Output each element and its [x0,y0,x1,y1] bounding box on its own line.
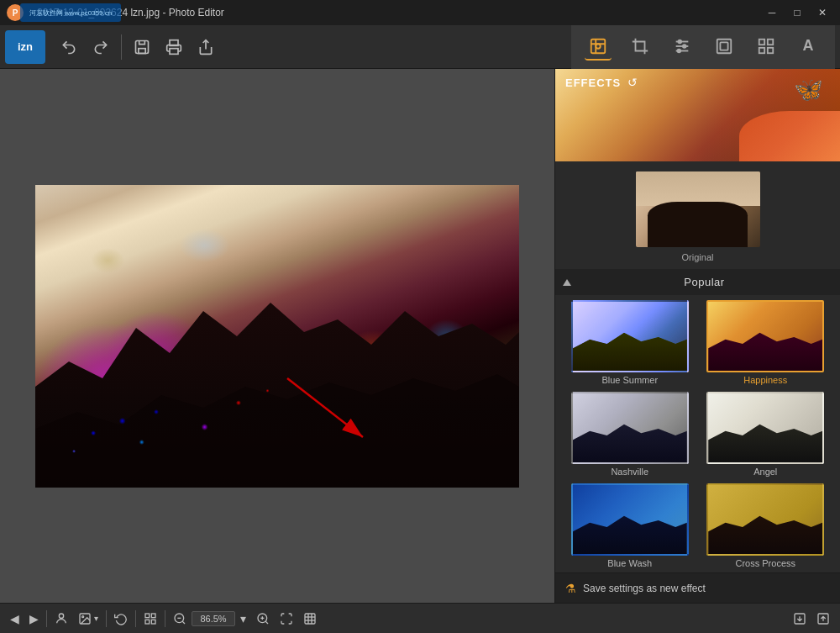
effect-blue-summer[interactable]: Blue Summer [564,300,696,388]
minimize-button[interactable]: ─ [761,4,783,21]
bottom-sep-3 [135,610,136,627]
zoom-dropdown-button[interactable]: ▾ [235,607,251,630]
nav-next-button[interactable]: ▶ [24,607,44,630]
rotate-button[interactable] [109,607,133,630]
image-button[interactable]: ▾ [73,607,103,630]
zoom-level: 86.5% [192,611,235,626]
arrow-annotation [35,185,519,488]
svg-rect-1 [139,48,145,53]
svg-point-11 [678,49,681,52]
grid-button[interactable] [139,607,162,630]
effect-blue-wash[interactable]: Blue Wash [564,483,696,572]
save-effect-bar[interactable]: ⚗ Save settings as new effect [555,572,840,603]
original-label: Original [682,252,714,262]
svg-rect-26 [151,620,155,624]
svg-line-28 [182,621,185,624]
effects-grid: Blue Summer Happiness Nashville [555,295,840,572]
toolbar-sep-1 [121,34,122,60]
toolbar-left: izn [5,30,571,64]
svg-rect-25 [145,620,150,624]
section-header-popular[interactable]: Popular [555,269,840,295]
effect-happiness[interactable]: Happiness [700,300,832,388]
fit-actual-button[interactable] [298,607,322,630]
thumb-nashville [571,392,689,464]
fit-button[interactable] [275,607,298,630]
maximize-button[interactable]: □ [786,4,808,21]
effect-angel[interactable]: Angel [700,392,832,480]
svg-rect-14 [759,39,764,44]
tab-crop[interactable] [627,34,654,61]
share-button[interactable] [191,32,221,62]
close-button[interactable]: ✕ [811,4,833,21]
tab-mosaic[interactable] [753,34,780,61]
svg-rect-0 [136,40,149,53]
main-toolbar: izn [0,25,840,69]
save-effect-label: Save settings as new effect [583,583,706,594]
silhouette-cross-process [708,509,822,554]
tab-adjust[interactable] [669,34,696,61]
thumb-mountain [648,202,747,247]
reset-icon[interactable]: ↺ [627,76,638,89]
effects-scroll[interactable]: Original Popular Blue Summer [555,161,840,572]
tab-effects[interactable] [585,34,612,61]
svg-rect-16 [759,47,764,52]
thumb-blue-summer [571,300,689,372]
effects-header: 🦋 EFFECTS ↺ [555,69,840,161]
label-cross-process: Cross Process [735,558,795,568]
svg-point-9 [678,40,681,43]
thumb-sky [636,171,760,206]
flower-decoration [739,111,840,161]
silhouette-happiness [708,326,822,371]
svg-line-19 [287,378,363,437]
svg-rect-34 [305,614,315,624]
section-triangle [563,279,571,286]
label-nashville: Nashville [611,467,648,477]
print-button[interactable] [159,32,189,62]
window-controls: ─ □ ✕ [761,4,833,21]
tab-frame[interactable] [711,34,738,61]
thumb-blue-wash [571,483,689,556]
butterfly-decoration: 🦋 [794,76,823,103]
export-button[interactable] [811,607,835,630]
svg-point-5 [596,44,601,49]
label-happiness: Happiness [743,375,787,385]
svg-rect-13 [720,42,727,50]
label-blue-summer: Blue Summer [601,375,658,385]
canvas-area [0,69,554,603]
title-bar: P 河东软件网 www.pc0359.cn 2017-12-01_093624 … [0,0,840,25]
svg-point-10 [683,45,686,48]
zoom-out-button[interactable] [168,607,192,630]
silhouette-nashville [573,418,687,462]
photo-canvas [35,185,519,488]
silhouette-blue-wash [573,509,687,554]
effects-label-row: EFFECTS ↺ [565,76,638,89]
effect-cross-process[interactable]: Cross Process [700,483,832,572]
svg-rect-3 [170,48,178,54]
redo-button[interactable] [86,32,116,62]
content-area: 🦋 EFFECTS ↺ Original Popular [0,69,840,603]
effect-nashville[interactable]: Nashville [564,392,696,480]
tab-text[interactable]: A [795,34,822,61]
person-button[interactable] [50,607,73,630]
bottom-sep-2 [106,610,107,627]
save-button[interactable] [127,32,157,62]
svg-point-22 [82,615,84,617]
save-effect-icon: ⚗ [565,582,576,595]
bottom-sep-1 [46,610,47,627]
nav-prev-button[interactable]: ◀ [5,607,24,630]
window-title: 2017-12-01_093624 lzn.jpg - Photo Editor [29,7,761,18]
svg-rect-17 [768,47,773,52]
thumb-cross-process [706,483,824,556]
zoom-in-button[interactable] [251,607,275,630]
logo: izn [5,30,45,64]
bottom-sep-4 [165,610,165,627]
silhouette-blue-summer [573,326,687,371]
undo-button[interactable] [54,32,84,62]
original-thumbnail[interactable] [636,171,760,247]
svg-point-20 [59,614,63,618]
section-popular-label: Popular [577,276,832,288]
effects-title: EFFECTS [565,76,621,89]
toolbar-right-tabs: A [571,25,835,69]
import-button[interactable] [788,607,811,630]
label-blue-wash: Blue Wash [607,558,652,568]
